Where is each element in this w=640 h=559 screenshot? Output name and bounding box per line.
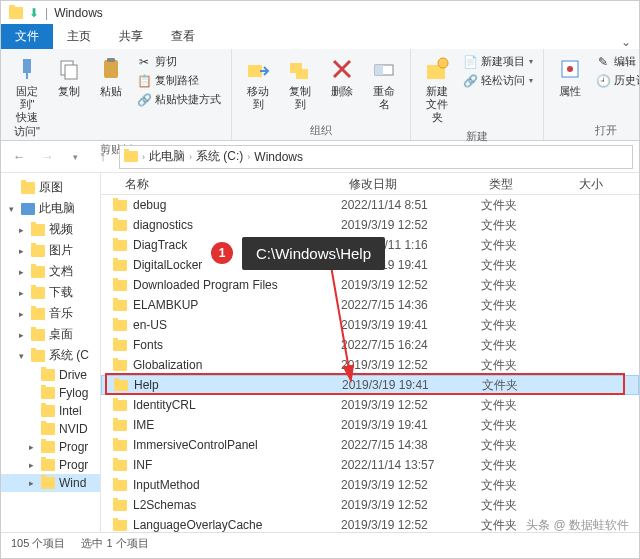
nav-back-button[interactable]: ← bbox=[7, 145, 31, 169]
file-row[interactable]: ImmersiveControlPanel2022/7/15 14:38文件夹 bbox=[101, 435, 639, 455]
file-date: 2019/3/19 12:52 bbox=[341, 278, 481, 292]
svg-rect-2 bbox=[65, 65, 77, 79]
window-icon bbox=[9, 7, 23, 19]
annotation-tooltip: C:\Windows\Help bbox=[242, 237, 385, 270]
copyto-button[interactable]: 复制到 bbox=[282, 53, 318, 113]
cut-button[interactable]: ✂剪切 bbox=[135, 53, 223, 70]
tree-node[interactable]: ▾此电脑 bbox=[1, 198, 100, 219]
breadcrumb-item[interactable]: 此电脑 bbox=[149, 148, 185, 165]
delete-icon bbox=[328, 55, 356, 83]
tree-node[interactable]: ▾系统 (C bbox=[1, 345, 100, 366]
file-row[interactable]: Fonts2022/7/15 16:24文件夹 bbox=[101, 335, 639, 355]
tree-node[interactable]: ▸桌面 bbox=[1, 324, 100, 345]
breadcrumb-item[interactable]: Windows bbox=[254, 150, 303, 164]
tree-node[interactable]: ▸视频 bbox=[1, 219, 100, 240]
expand-icon[interactable]: ▸ bbox=[19, 309, 27, 319]
col-type[interactable]: 类型 bbox=[481, 173, 571, 194]
tree-node[interactable]: 原图 bbox=[1, 177, 100, 198]
tree-label: 下载 bbox=[49, 284, 73, 301]
paste-button[interactable]: 粘贴 bbox=[93, 53, 129, 100]
tree-node[interactable]: ▸下载 bbox=[1, 282, 100, 303]
chevron-icon[interactable]: › bbox=[189, 152, 192, 162]
newitem-button[interactable]: 📄新建项目▾ bbox=[461, 53, 535, 70]
tab-home[interactable]: 主页 bbox=[53, 24, 105, 49]
tree-node[interactable]: ▸音乐 bbox=[1, 303, 100, 324]
status-count: 105 个项目 bbox=[11, 536, 65, 551]
rename-button[interactable]: 重命名 bbox=[366, 53, 402, 113]
tab-file[interactable]: 文件 bbox=[1, 24, 53, 49]
file-row[interactable]: Globalization2019/3/19 12:52文件夹 bbox=[101, 355, 639, 375]
svg-rect-9 bbox=[375, 65, 383, 75]
chevron-icon[interactable]: › bbox=[142, 152, 145, 162]
file-row[interactable]: ELAMBKUP2022/7/15 14:36文件夹 bbox=[101, 295, 639, 315]
expand-icon[interactable]: ▸ bbox=[19, 225, 27, 235]
breadcrumb-item[interactable]: 系统 (C:) bbox=[196, 148, 243, 165]
expand-icon[interactable]: ▸ bbox=[19, 330, 27, 340]
edit-button[interactable]: ✎编辑 bbox=[594, 53, 640, 70]
file-row[interactable]: debug2022/11/14 8:51文件夹 bbox=[101, 195, 639, 215]
file-type: 文件夹 bbox=[481, 277, 571, 294]
tree-node[interactable]: ▸Wind bbox=[1, 474, 100, 492]
folder-icon bbox=[114, 380, 128, 391]
folder-icon bbox=[31, 308, 45, 320]
folder-icon bbox=[113, 340, 127, 351]
file-name: DiagTrack bbox=[133, 238, 187, 252]
col-size[interactable]: 大小 bbox=[571, 173, 639, 194]
file-date: 2019/3/19 12:52 bbox=[341, 398, 481, 412]
expand-icon[interactable]: ▸ bbox=[19, 246, 27, 256]
nav-recent-button[interactable]: ▾ bbox=[63, 145, 87, 169]
tree-node[interactable]: ▸文档 bbox=[1, 261, 100, 282]
expand-icon[interactable]: ▾ bbox=[19, 351, 27, 361]
file-row[interactable]: Help2019/3/19 19:41文件夹 bbox=[101, 375, 639, 395]
pasteshortcut-button[interactable]: 🔗粘贴快捷方式 bbox=[135, 91, 223, 108]
nav-tree[interactable]: 原图▾此电脑▸视频▸图片▸文档▸下载▸音乐▸桌面▾系统 (CDriveFylog… bbox=[1, 173, 101, 532]
tree-node[interactable]: Drive bbox=[1, 366, 100, 384]
newfolder-button[interactable]: 新建 文件夹 bbox=[419, 53, 455, 127]
file-row[interactable]: en-US2019/3/19 19:41文件夹 bbox=[101, 315, 639, 335]
file-row[interactable]: IME2019/3/19 19:41文件夹 bbox=[101, 415, 639, 435]
tree-node[interactable]: ▸Progr bbox=[1, 438, 100, 456]
nav-forward-button[interactable]: → bbox=[35, 145, 59, 169]
file-row[interactable]: Downloaded Program Files2019/3/19 12:52文… bbox=[101, 275, 639, 295]
expand-icon[interactable]: ▸ bbox=[29, 460, 37, 470]
tree-node[interactable]: Intel bbox=[1, 402, 100, 420]
file-row[interactable]: L2Schemas2019/3/19 12:52文件夹 bbox=[101, 495, 639, 515]
tree-node[interactable]: ▸Progr bbox=[1, 456, 100, 474]
expand-icon[interactable]: ▸ bbox=[19, 267, 27, 277]
history-button[interactable]: 🕘历史记录 bbox=[594, 72, 640, 89]
ribbon-collapse-icon[interactable]: ⌄ bbox=[613, 35, 639, 49]
tree-label: NVID bbox=[59, 422, 88, 436]
moveto-button[interactable]: 移动到 bbox=[240, 53, 276, 113]
expand-icon[interactable]: ▸ bbox=[29, 442, 37, 452]
tab-view[interactable]: 查看 bbox=[157, 24, 209, 49]
easyaccess-button[interactable]: 🔗轻松访问▾ bbox=[461, 72, 535, 89]
tree-node[interactable]: NVID bbox=[1, 420, 100, 438]
breadcrumb-box[interactable]: › 此电脑 › 系统 (C:) › Windows bbox=[119, 145, 633, 169]
copypath-button[interactable]: 📋复制路径 bbox=[135, 72, 223, 89]
chevron-icon[interactable]: › bbox=[247, 152, 250, 162]
file-row[interactable]: InputMethod2019/3/19 12:52文件夹 bbox=[101, 475, 639, 495]
file-row[interactable]: diagnostics2019/3/19 12:52文件夹 bbox=[101, 215, 639, 235]
tree-node[interactable]: ▸图片 bbox=[1, 240, 100, 261]
tab-share[interactable]: 共享 bbox=[105, 24, 157, 49]
drive-icon bbox=[31, 350, 45, 362]
file-name: L2Schemas bbox=[133, 498, 196, 512]
path-icon: 📋 bbox=[137, 74, 151, 88]
group-label: 新建 bbox=[419, 127, 535, 144]
expand-icon[interactable]: ▸ bbox=[19, 288, 27, 298]
newfolder-icon bbox=[423, 55, 451, 83]
col-date[interactable]: 修改日期 bbox=[341, 173, 481, 194]
file-row[interactable]: INF2022/11/14 13:57文件夹 bbox=[101, 455, 639, 475]
copy-button[interactable]: 复制 bbox=[51, 53, 87, 100]
expand-icon[interactable]: ▾ bbox=[9, 204, 17, 214]
svg-rect-0 bbox=[23, 59, 31, 73]
col-name[interactable]: 名称 bbox=[101, 173, 341, 194]
properties-button[interactable]: 属性 bbox=[552, 53, 588, 100]
ribbon: 固定到" 快速访问" 复制 粘贴 ✂剪切 📋复制路径 🔗粘贴快捷方式 剪贴板 移… bbox=[1, 49, 639, 141]
nav-up-button[interactable]: ↑ bbox=[91, 145, 115, 169]
tree-node[interactable]: Fylog bbox=[1, 384, 100, 402]
delete-button[interactable]: 删除 bbox=[324, 53, 360, 100]
expand-icon[interactable]: ▸ bbox=[29, 478, 37, 488]
file-row[interactable]: IdentityCRL2019/3/19 12:52文件夹 bbox=[101, 395, 639, 415]
pin-quickaccess-button[interactable]: 固定到" 快速访问" bbox=[9, 53, 45, 140]
